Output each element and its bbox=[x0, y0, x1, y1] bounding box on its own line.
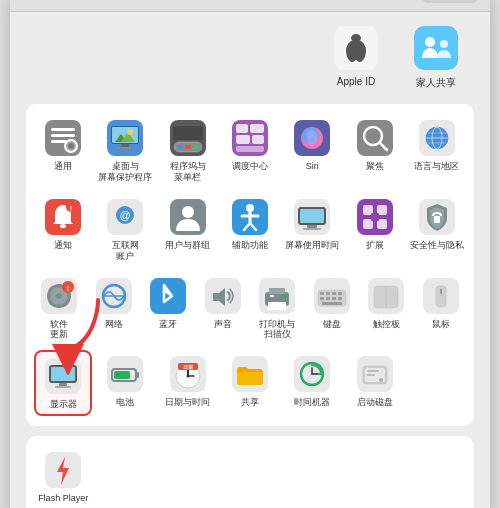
svg-rect-117 bbox=[59, 383, 67, 386]
apple-id-label: Apple ID bbox=[337, 76, 375, 87]
timemachine-label: 时间机器 bbox=[294, 397, 330, 408]
datetime-label: 日期与时间 bbox=[165, 397, 210, 408]
general-icon bbox=[43, 118, 83, 158]
svg-rect-16 bbox=[121, 144, 129, 147]
svg-point-15 bbox=[127, 129, 133, 135]
svg-rect-104 bbox=[332, 297, 336, 300]
startup-label: 启动磁盘 bbox=[357, 397, 393, 408]
sharing-label: 共享 bbox=[241, 397, 259, 408]
dock-label: 程序坞与菜单栏 bbox=[170, 161, 206, 183]
grid-item-software[interactable]: ! 软件更新 bbox=[34, 272, 85, 345]
language-label: 语言与地区 bbox=[414, 161, 459, 172]
svg-text:@: @ bbox=[120, 209, 131, 221]
search-box[interactable]: 🔍 搜索 bbox=[422, 0, 478, 3]
svg-rect-29 bbox=[236, 146, 264, 152]
svg-rect-27 bbox=[236, 135, 250, 144]
startup-icon bbox=[355, 354, 395, 394]
svg-rect-106 bbox=[322, 302, 342, 305]
svg-rect-102 bbox=[320, 297, 324, 300]
grid-item-notifications[interactable]: ! 通知 bbox=[34, 193, 92, 266]
bluetooth-label: 蓝牙 bbox=[159, 319, 177, 330]
screentime-label: 屏幕使用时间 bbox=[285, 240, 339, 251]
svg-rect-105 bbox=[338, 297, 342, 300]
svg-point-2 bbox=[425, 37, 435, 47]
svg-point-9 bbox=[68, 143, 74, 149]
printer-label: 打印机与扫描仪 bbox=[259, 319, 295, 341]
family-sharing-item[interactable]: 家人共享 bbox=[406, 24, 466, 90]
grid-item-spotlight[interactable]: 聚焦 bbox=[345, 114, 403, 187]
svg-rect-60 bbox=[307, 225, 317, 228]
software-label: 软件更新 bbox=[50, 319, 68, 341]
svg-point-139 bbox=[379, 378, 383, 382]
grid-item-printer[interactable]: 打印机与扫描仪 bbox=[252, 272, 303, 345]
grid-item-timemachine[interactable]: 时间机器 bbox=[283, 350, 341, 416]
third-party-section: Flash Player bbox=[26, 436, 474, 508]
svg-rect-20 bbox=[177, 145, 183, 149]
back-button[interactable]: ‹ bbox=[82, 0, 91, 2]
grid-view-icon[interactable]: ⠿ bbox=[115, 0, 125, 1]
grid-item-bluetooth[interactable]: 蓝牙 bbox=[143, 272, 194, 345]
svg-point-50 bbox=[182, 206, 194, 218]
svg-rect-22 bbox=[193, 145, 199, 149]
sharing-icon bbox=[230, 354, 270, 394]
grid-row-1: 通用 bbox=[34, 114, 466, 187]
sound-label: 声音 bbox=[214, 319, 232, 330]
flash-label: Flash Player bbox=[38, 493, 88, 504]
keyboard-label: 键盘 bbox=[323, 319, 341, 330]
grid-item-trackpad[interactable]: 触控板 bbox=[361, 272, 412, 345]
svg-rect-92 bbox=[269, 288, 285, 294]
svg-rect-21 bbox=[185, 145, 191, 149]
mission-icon bbox=[230, 118, 270, 158]
apple-id-item[interactable]: Apple ID bbox=[326, 24, 386, 90]
trackpad-icon bbox=[366, 276, 406, 316]
grid-item-internet[interactable]: @ 互联网账户 bbox=[96, 193, 154, 266]
general-label: 通用 bbox=[54, 161, 72, 172]
svg-text:!: ! bbox=[67, 284, 69, 291]
bluetooth-icon bbox=[148, 276, 188, 316]
svg-rect-93 bbox=[268, 302, 286, 310]
grid-item-general[interactable]: 通用 bbox=[34, 114, 92, 187]
svg-rect-17 bbox=[117, 147, 133, 149]
grid-row-2: ! 通知 @ 互联网账户 bbox=[34, 193, 466, 266]
grid-item-language[interactable]: 语言与地区 bbox=[408, 114, 466, 187]
svg-rect-26 bbox=[250, 124, 264, 133]
dock-icon bbox=[168, 118, 208, 158]
titlebar: ‹ › ⠿ 系统偏好设置 🔍 搜索 bbox=[10, 0, 490, 12]
grid-row-4: 显示器 电池 bbox=[34, 350, 466, 416]
grid-item-startup[interactable]: 启动磁盘 bbox=[345, 350, 403, 416]
svg-rect-100 bbox=[332, 292, 336, 295]
grid-item-mouse[interactable]: 鼠标 bbox=[416, 272, 467, 345]
grid-item-battery[interactable]: 电池 bbox=[96, 350, 154, 416]
grid-item-dock[interactable]: 程序坞与菜单栏 bbox=[159, 114, 217, 187]
users-icon bbox=[168, 197, 208, 237]
grid-item-accessibility[interactable]: 辅助功能 bbox=[221, 193, 279, 266]
grid-item-siri[interactable]: Siri bbox=[283, 114, 341, 187]
grid-item-mission[interactable]: 调度中心 bbox=[221, 114, 279, 187]
accessibility-icon bbox=[230, 197, 270, 237]
grid-item-flash[interactable]: Flash Player bbox=[34, 446, 92, 508]
screentime-icon bbox=[292, 197, 332, 237]
grid-item-datetime[interactable]: 日期 日期与时间 bbox=[159, 350, 217, 416]
flash-icon bbox=[43, 450, 83, 490]
svg-rect-28 bbox=[252, 135, 264, 144]
forward-button[interactable]: › bbox=[95, 0, 104, 2]
svg-rect-67 bbox=[371, 213, 379, 221]
battery-label: 电池 bbox=[116, 397, 134, 408]
grid-item-security[interactable]: 安全性与隐私 bbox=[408, 193, 466, 266]
grid-item-sharing[interactable]: 共享 bbox=[221, 350, 279, 416]
system-preferences-window: ‹ › ⠿ 系统偏好设置 🔍 搜索 bbox=[10, 0, 490, 508]
grid-item-keyboard[interactable]: 键盘 bbox=[307, 272, 358, 345]
svg-rect-7 bbox=[51, 140, 67, 143]
grid-item-desktop[interactable]: 桌面与屏幕保护程序 bbox=[96, 114, 154, 187]
desktop-label: 桌面与屏幕保护程序 bbox=[98, 161, 152, 183]
svg-rect-89 bbox=[213, 293, 219, 301]
svg-rect-25 bbox=[236, 124, 248, 133]
grid-item-extensions[interactable]: 扩展 bbox=[345, 193, 403, 266]
grid-item-screentime[interactable]: 屏幕使用时间 bbox=[283, 193, 341, 266]
extensions-label: 扩展 bbox=[366, 240, 384, 251]
grid-item-sound[interactable]: 声音 bbox=[198, 272, 249, 345]
grid-item-network[interactable]: 网络 bbox=[89, 272, 140, 345]
grid-item-displays[interactable]: 显示器 bbox=[34, 350, 92, 416]
grid-item-users[interactable]: 用户与群组 bbox=[159, 193, 217, 266]
keyboard-icon bbox=[312, 276, 352, 316]
